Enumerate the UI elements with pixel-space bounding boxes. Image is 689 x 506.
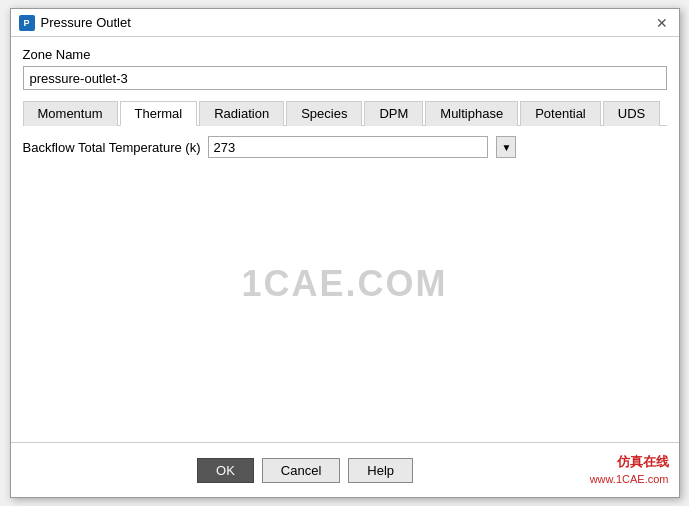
brand-chinese: 仿真在线 <box>590 453 669 471</box>
tab-dpm[interactable]: DPM <box>364 101 423 126</box>
temperature-field-row: Backflow Total Temperature (k) ▼ <box>23 136 667 158</box>
tab-thermal[interactable]: Thermal <box>120 101 198 126</box>
footer-buttons: OK Cancel Help <box>21 458 590 483</box>
zone-name-label: Zone Name <box>23 47 667 62</box>
brand-url: www.1CAE.com <box>590 472 669 487</box>
tab-potential[interactable]: Potential <box>520 101 601 126</box>
watermark-text: 1CAE.COM <box>241 263 447 305</box>
tab-bar: Momentum Thermal Radiation Species DPM M… <box>23 100 667 126</box>
tab-species[interactable]: Species <box>286 101 362 126</box>
dialog-content: Zone Name Momentum Thermal Radiation Spe… <box>11 37 679 442</box>
temperature-input[interactable] <box>208 136 488 158</box>
tab-momentum[interactable]: Momentum <box>23 101 118 126</box>
pressure-outlet-dialog: P Pressure Outlet ✕ Zone Name Momentum T… <box>10 8 680 498</box>
zone-name-input[interactable] <box>23 66 667 90</box>
tab-multiphase[interactable]: Multiphase <box>425 101 518 126</box>
help-button[interactable]: Help <box>348 458 413 483</box>
tab-uds[interactable]: UDS <box>603 101 660 126</box>
window-icon: P <box>19 15 35 31</box>
temperature-dropdown-button[interactable]: ▼ <box>496 136 516 158</box>
title-bar: P Pressure Outlet ✕ <box>11 9 679 37</box>
cancel-button[interactable]: Cancel <box>262 458 340 483</box>
window-title: Pressure Outlet <box>41 15 131 30</box>
dialog-footer: OK Cancel Help 仿真在线 www.1CAE.com <box>11 442 679 497</box>
tab-content-thermal: Backflow Total Temperature (k) ▼ 1CAE.CO… <box>23 136 667 432</box>
tab-radiation[interactable]: Radiation <box>199 101 284 126</box>
brand-logo: 仿真在线 www.1CAE.com <box>590 453 669 487</box>
close-button[interactable]: ✕ <box>653 14 671 32</box>
ok-button[interactable]: OK <box>197 458 254 483</box>
temperature-label: Backflow Total Temperature (k) <box>23 140 201 155</box>
title-bar-left: P Pressure Outlet <box>19 15 131 31</box>
